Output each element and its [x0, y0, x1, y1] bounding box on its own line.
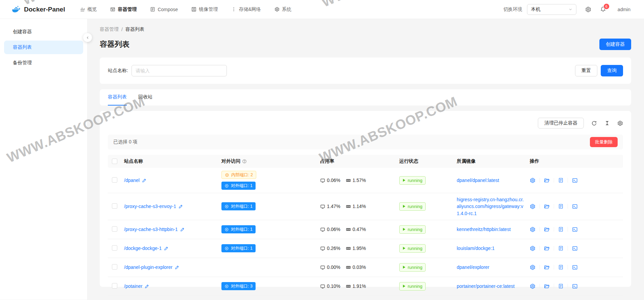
- nav-item-compose[interactable]: Compose: [150, 7, 178, 12]
- username[interactable]: admin: [618, 7, 630, 12]
- batch-delete-button[interactable]: 批量删除: [590, 137, 618, 147]
- tab-recycle-bin[interactable]: 回收站: [138, 89, 152, 106]
- memory-icon: [346, 246, 351, 251]
- sidebar-item-create-container[interactable]: 创建容器: [4, 25, 83, 39]
- log-file-icon[interactable]: [558, 264, 564, 270]
- nav-item-system[interactable]: 系统: [275, 6, 291, 13]
- table-header: 站点名称 对外访问 占用率 运行状态 所属镜像 操作: [108, 155, 623, 168]
- header-site-name: 站点名称: [124, 158, 221, 164]
- image-link[interactable]: kennethreitz/httpbin:latest: [457, 226, 511, 233]
- log-file-icon[interactable]: [558, 283, 564, 289]
- folder-icon[interactable]: [544, 283, 550, 289]
- edit-icon[interactable]: [142, 178, 147, 183]
- reset-button[interactable]: 重置: [575, 65, 597, 76]
- external-port-badge[interactable]: 对外端口: 1: [221, 225, 256, 233]
- density-icon[interactable]: [604, 120, 610, 126]
- tab-container-list[interactable]: 容器列表: [108, 89, 127, 106]
- external-port-badge[interactable]: 对外端口: 3: [221, 282, 256, 290]
- port-icon: [225, 173, 229, 177]
- play-icon: [403, 284, 406, 288]
- log-file-icon[interactable]: [558, 204, 564, 209]
- image-link[interactable]: dpanel/explorer: [457, 264, 490, 271]
- breadcrumb-parent[interactable]: 容器管理: [100, 26, 119, 32]
- container-name-link[interactable]: /proxy-cache-s3-envoy-1: [124, 204, 176, 209]
- column-settings-icon[interactable]: [617, 120, 623, 126]
- container-settings-icon[interactable]: [530, 204, 535, 209]
- edit-icon[interactable]: [178, 204, 183, 209]
- containers-table: 站点名称 对外访问 占用率 运行状态 所属镜像 操作 /dpanel 内部端口:…: [108, 155, 623, 296]
- log-file-icon[interactable]: [558, 178, 564, 183]
- image-link[interactable]: higress-registry.cn-hangzhou.cr.aliyuncs…: [457, 196, 525, 217]
- container-name-link[interactable]: /proxy-cache-s3-httpbin-1: [124, 227, 178, 232]
- edit-icon[interactable]: [164, 246, 169, 251]
- clean-stopped-containers-button[interactable]: 清理已停止容器: [538, 118, 584, 129]
- create-container-button[interactable]: 创建容器: [599, 39, 631, 50]
- container-name-link[interactable]: /dpanel-plugin-explorer: [124, 264, 172, 270]
- container-settings-icon[interactable]: [530, 246, 535, 251]
- external-port-badge[interactable]: 对外端口: 1: [221, 202, 256, 210]
- nav-item-images[interactable]: 镜像管理: [191, 6, 218, 13]
- settings-icon[interactable]: [585, 6, 591, 13]
- sidebar-item-backup[interactable]: 备份管理: [4, 56, 83, 70]
- container-settings-icon[interactable]: [530, 283, 535, 289]
- play-icon: [403, 266, 406, 269]
- container-name-link[interactable]: /dpanel: [124, 178, 140, 183]
- terminal-icon[interactable]: [572, 283, 578, 289]
- row-checkbox[interactable]: [112, 203, 117, 209]
- folder-icon[interactable]: [544, 246, 550, 251]
- system-gear-icon: [275, 7, 280, 12]
- container-settings-icon[interactable]: [530, 178, 535, 183]
- status-badge: running: [399, 244, 426, 253]
- image-link[interactable]: portainer/portainer-ce:latest: [457, 283, 515, 290]
- edit-icon[interactable]: [175, 265, 180, 270]
- image-link[interactable]: dpanel/dpanel:latest: [457, 177, 499, 184]
- cpu-icon: [320, 227, 325, 232]
- row-checkbox[interactable]: [112, 245, 117, 251]
- container-name-link[interactable]: /potainer: [124, 283, 142, 289]
- env-select[interactable]: 本机: [527, 4, 576, 15]
- brand[interactable]: Docker-Panel: [12, 6, 65, 13]
- row-checkbox[interactable]: [112, 226, 117, 232]
- terminal-icon[interactable]: [572, 204, 578, 209]
- sidebar-item-container-list[interactable]: 容器列表: [4, 41, 83, 54]
- folder-icon[interactable]: [544, 204, 550, 209]
- edit-icon[interactable]: [145, 284, 149, 289]
- row-checkbox[interactable]: [112, 264, 117, 270]
- terminal-icon[interactable]: [572, 178, 578, 183]
- table-row: /potainer 对外端口: 3 0.10% 1.91% running po…: [108, 277, 623, 296]
- external-port-badge[interactable]: 对外端口: 1: [221, 244, 256, 252]
- site-name-input[interactable]: [132, 65, 227, 76]
- container-name-link[interactable]: /dockge-dockge-1: [124, 246, 162, 251]
- memory-icon: [346, 265, 351, 270]
- nav-item-storage-network[interactable]: 存储&网络: [231, 6, 261, 13]
- nav-item-overview[interactable]: 概览: [80, 6, 97, 13]
- env-switch-label: 切换环境: [503, 6, 522, 13]
- folder-icon[interactable]: [544, 178, 550, 183]
- sidebar-collapse-button[interactable]: [83, 33, 92, 42]
- external-port-badge[interactable]: 对外端口: 1: [221, 182, 256, 190]
- container-settings-icon[interactable]: [530, 227, 535, 232]
- query-button[interactable]: 查询: [601, 65, 623, 76]
- image-link[interactable]: louislam/dockge:1: [457, 245, 495, 252]
- main-content: 容器管理 / 容器列表 容器列表 创建容器 站点名称: 重置 查询 容器列表 回…: [88, 19, 644, 300]
- header-image: 所属镜像: [457, 158, 530, 164]
- question-circle-icon[interactable]: [242, 159, 247, 164]
- terminal-icon[interactable]: [572, 264, 578, 270]
- folder-icon[interactable]: [544, 227, 550, 232]
- folder-icon[interactable]: [544, 264, 550, 270]
- select-all-checkbox[interactable]: [112, 159, 117, 164]
- notification-bell-icon[interactable]: 6: [600, 6, 606, 13]
- log-file-icon[interactable]: [558, 246, 564, 251]
- search-panel: 站点名称: 重置 查询: [100, 57, 631, 84]
- edit-icon[interactable]: [180, 227, 185, 232]
- internal-port-badge[interactable]: 内部端口: 2: [221, 171, 256, 179]
- log-file-icon[interactable]: [558, 227, 564, 232]
- container-settings-icon[interactable]: [530, 264, 535, 270]
- terminal-icon[interactable]: [572, 246, 578, 251]
- row-checkbox[interactable]: [112, 283, 117, 289]
- cpu-icon: [320, 265, 325, 270]
- row-checkbox[interactable]: [112, 177, 117, 183]
- nav-item-containers[interactable]: 容器管理: [110, 6, 137, 13]
- terminal-icon[interactable]: [572, 227, 578, 232]
- refresh-icon[interactable]: [591, 120, 597, 126]
